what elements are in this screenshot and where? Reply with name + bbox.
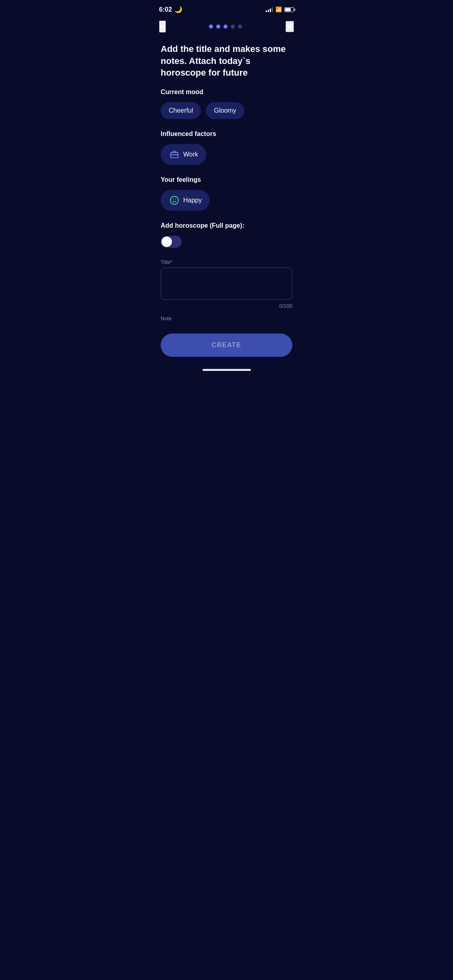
note-field-section: Note <box>151 315 302 329</box>
chip-cheerful[interactable]: Cheerful <box>161 102 201 119</box>
home-bar <box>203 369 251 371</box>
home-indicator <box>151 365 302 374</box>
factors-chips: Work <box>161 144 292 165</box>
signal-icon <box>266 7 273 12</box>
mood-chips: Cheerful Gloomy <box>161 102 292 119</box>
current-mood-label: Current mood <box>161 89 292 96</box>
wifi-icon: 📶 <box>275 6 282 12</box>
back-button[interactable]: < <box>159 21 166 33</box>
horoscope-toggle-row <box>161 236 292 248</box>
battery-icon <box>284 7 294 12</box>
title-field-label: Title* <box>161 259 292 265</box>
influenced-factors-label: Influenced factors <box>161 130 292 138</box>
title-input[interactable] <box>161 268 292 300</box>
moon-icon: 🌙 <box>174 6 182 13</box>
happy-face-icon <box>169 195 180 206</box>
svg-point-2 <box>170 196 178 204</box>
toggle-thumb <box>161 237 172 247</box>
create-button[interactable]: CREATE <box>161 334 292 357</box>
dot-1 <box>209 25 213 29</box>
your-feelings-label: Your feelings <box>161 176 292 183</box>
horoscope-section: Add horoscope (Full page): <box>151 222 302 259</box>
create-button-container: CREATE <box>151 329 302 365</box>
briefcase-icon <box>169 149 180 160</box>
chip-work-label: Work <box>183 151 198 158</box>
horoscope-label: Add horoscope (Full page): <box>161 222 292 229</box>
influenced-factors-section: Influenced factors Work <box>151 130 302 176</box>
current-mood-section: Current mood Cheerful Gloomy <box>151 89 302 130</box>
feelings-chips: Happy <box>161 190 292 211</box>
title-field-section: Title* 0/100 <box>151 259 302 315</box>
horoscope-toggle[interactable] <box>161 236 182 248</box>
dot-4 <box>231 25 235 29</box>
status-bar: 6:02 🌙 📶 <box>151 0 302 16</box>
your-feelings-section: Your feelings Happy <box>151 176 302 222</box>
close-button[interactable]: ✕ <box>285 21 294 32</box>
chip-gloomy-label: Gloomy <box>214 107 236 114</box>
chip-work[interactable]: Work <box>161 144 206 165</box>
dot-3 <box>223 25 228 29</box>
dot-5 <box>238 25 242 29</box>
char-count: 0/100 <box>161 301 292 309</box>
nav-bar: < ✕ <box>151 16 302 39</box>
status-time: 6:02 🌙 <box>159 6 182 13</box>
dot-2 <box>216 25 220 29</box>
chip-cheerful-label: Cheerful <box>169 107 193 114</box>
page-title: Add the title and makes some notes. Atta… <box>151 39 302 89</box>
status-icons: 📶 <box>266 6 294 12</box>
chip-gloomy[interactable]: Gloomy <box>206 102 244 119</box>
svg-rect-0 <box>171 152 178 158</box>
chip-happy-label: Happy <box>183 197 202 204</box>
note-label: Note <box>161 315 292 321</box>
progress-dots <box>209 25 242 29</box>
chip-happy[interactable]: Happy <box>161 190 210 211</box>
